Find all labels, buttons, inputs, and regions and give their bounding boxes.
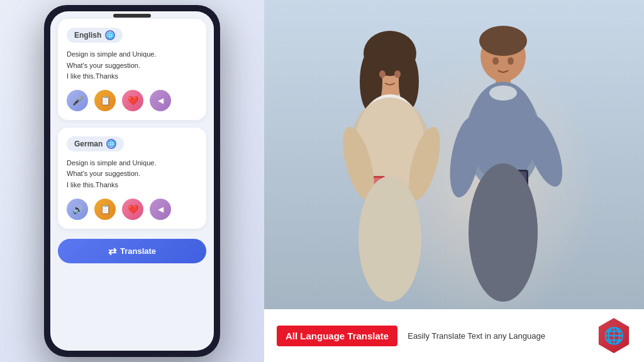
svg-rect-29 [264,0,644,312]
mic-icon: 🎤 [72,96,83,106]
heart-button-source[interactable]: ❤️ [122,90,143,111]
source-globe-icon: 🌐 [105,30,115,40]
target-language-pill[interactable]: German 🌐 [67,136,124,151]
target-lang-selector[interactable]: German 🌐 [67,136,197,151]
speaker-icon: 🔊 [72,204,83,214]
heart-icon-2: ❤️ [128,204,138,214]
globe-badge-symbol: 🌐 [604,326,624,346]
share-icon-2: ◀ [158,205,164,214]
phone-notch [113,14,151,18]
share-button-target[interactable]: ◀ [150,199,171,220]
mic-button[interactable]: 🎤 [67,90,88,111]
share-icon: ◀ [158,96,164,105]
target-card: German 🌐 Design is simple and Unique. Wh… [58,128,206,229]
copy-icon: 📋 [100,96,111,106]
source-action-buttons: 🎤 📋 ❤️ ◀ [67,90,197,111]
phone-screen: English 🌐 Design is simple and Unique. W… [50,11,214,351]
copy-button-source[interactable]: 📋 [94,90,116,111]
translate-icon: ⇄ [108,245,116,257]
people-illustration [264,0,644,312]
share-button-source[interactable]: ◀ [150,90,171,111]
translate-button[interactable]: ⇄ Translate [58,239,206,263]
heart-button-target[interactable]: ❤️ [122,199,143,220]
right-panel: All Language Translate Easily Translate … [264,0,644,362]
copy-icon-2: 📋 [100,204,111,214]
target-text: Design is simple and Unique. What's your… [67,158,197,191]
target-globe-icon: 🌐 [106,139,116,149]
source-text: Design is simple and Unique. What's your… [67,49,197,82]
copy-button-target[interactable]: 📋 [94,199,116,220]
translate-label: Translate [120,246,156,256]
globe-badge-icon: 🌐 [596,318,631,353]
heart-icon: ❤️ [128,96,138,106]
banner-subtitle: Easily Translate Text in any Language [408,331,545,341]
source-language-pill[interactable]: English 🌐 [67,28,123,43]
source-card: English 🌐 Design is simple and Unique. W… [58,19,206,120]
phone-mockup: English 🌐 Design is simple and Unique. W… [44,5,220,357]
banner-title: All Language Translate [277,326,397,346]
target-language-label: German [74,140,103,148]
source-language-label: English [74,31,101,40]
speaker-button[interactable]: 🔊 [67,199,88,220]
source-lang-selector[interactable]: English 🌐 [67,28,197,43]
left-panel: English 🌐 Design is simple and Unique. W… [0,0,264,362]
bottom-banner: All Language Translate Easily Translate … [264,309,644,362]
photo-background [264,0,644,362]
target-action-buttons: 🔊 📋 ❤️ ◀ [67,199,197,220]
